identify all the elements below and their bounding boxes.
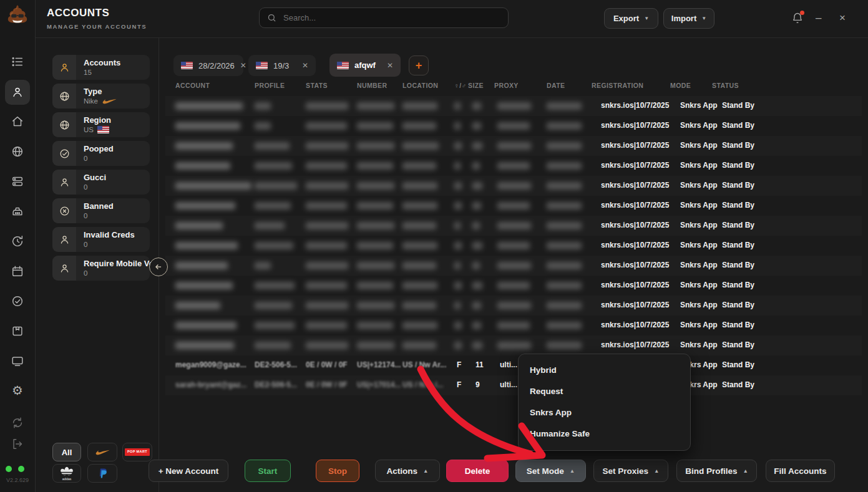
table-row[interactable]: sarah-bryant@gaz...DE2-506-5...0E / 0W /…	[165, 375, 862, 395]
redacted-cell	[175, 162, 230, 170]
set-mode-button[interactable]: Set Mode▲	[515, 460, 586, 482]
cell-gender: F	[457, 360, 461, 369]
tab-afqwf[interactable]: afqwf✕	[329, 54, 401, 77]
filter-card-require-mobile-ve-[interactable]: Require Mobile Ve.0	[52, 256, 150, 281]
redacted-cell	[472, 322, 481, 329]
bind-profiles-button[interactable]: Bind Profiles▲	[676, 460, 757, 482]
cell-location: US / N. k /...	[402, 380, 443, 389]
fill-accounts-button[interactable]: Fill Accounts	[766, 460, 835, 482]
sidebar-item-menu-icon[interactable]	[11, 55, 24, 69]
mode-option-request[interactable]: Request	[519, 381, 690, 402]
paypal-logo	[98, 468, 107, 479]
sidebar-item-accounts-icon[interactable]	[11, 85, 24, 99]
table-row[interactable]: megan9009@gaze...DE2-506-5...0E / 0W / 0…	[165, 355, 862, 375]
redacted-cell	[175, 102, 243, 110]
mode-option-humanize-safe[interactable]: Humanize Safe	[519, 423, 690, 445]
filter-card-invalid-creds[interactable]: Invalid Creds0	[52, 227, 150, 252]
table-row[interactable]: snkrs.ios|10/7/2025Snkrs AppStand By	[165, 296, 862, 316]
person-icon	[52, 256, 76, 281]
status-dot	[6, 466, 12, 472]
mode-option-hybrid[interactable]: Hybrid	[519, 360, 690, 381]
cell-stats: 0E / 0W / 0F	[306, 380, 348, 389]
redacted-cell	[547, 142, 582, 150]
sidebar-item-refresh-icon[interactable]	[11, 416, 24, 430]
collapse-panel-button[interactable]	[149, 258, 168, 276]
brand-filter-pop-mart[interactable]: POP MART	[122, 443, 152, 461]
us-flag-icon	[181, 62, 193, 69]
sidebar-item-settings-icon[interactable]: ⚙	[11, 383, 24, 397]
brand-filter-paypal[interactable]	[87, 464, 117, 483]
sidebar-item-servers-icon[interactable]	[11, 175, 24, 188]
new-account-button[interactable]: + New Account	[149, 460, 228, 482]
table-row[interactable]: snkrs.ios|10/7/2025Snkrs AppStand By	[165, 196, 862, 216]
sidebar-item-logout-icon[interactable]	[11, 437, 24, 451]
column-header-profile: PROFILE	[255, 82, 285, 89]
table-row[interactable]: snkrs.ios|10/7/2025Snkrs AppStand By	[165, 176, 862, 196]
add-tab-button[interactable]: +	[409, 55, 429, 75]
filter-card-accounts[interactable]: Accounts15	[52, 55, 150, 80]
redacted-cell	[357, 222, 394, 229]
cell-mode: Snkrs App	[680, 301, 718, 309]
table-row[interactable]: snkrs.ios|10/7/2025Snkrs AppStand By	[165, 116, 862, 136]
sidebar-item-home-icon[interactable]	[11, 115, 24, 128]
table-row[interactable]: snkrs.ios|10/7/2025Snkrs AppStand By	[165, 316, 862, 335]
brand-filter-all[interactable]: All	[52, 443, 81, 461]
table-row[interactable]: snkrs.ios|10/7/2025Snkrs AppStand By	[165, 216, 862, 236]
brand-filter-adidas[interactable]: adidas	[52, 464, 81, 483]
sidebar-item-tasks-icon[interactable]	[11, 234, 24, 248]
brand-filter-nike[interactable]	[87, 443, 117, 461]
cell-status: Stand By	[722, 141, 754, 150]
filter-card-region[interactable]: RegionUS	[52, 112, 150, 137]
redacted-cell	[454, 262, 461, 269]
table-row[interactable]: snkrs.ios|10/7/2025Snkrs AppStand By	[165, 236, 862, 256]
button-label: + New Account	[158, 466, 219, 476]
start-button[interactable]: Start	[245, 460, 291, 482]
sidebar-item-network-icon[interactable]	[11, 145, 24, 158]
sidebar-item-checklist-icon[interactable]	[11, 294, 24, 308]
table-row[interactable]: snkrs.ios|10/7/2025Snkrs AppStand By	[165, 136, 862, 156]
set-proxies-button[interactable]: Set Proxies▲	[593, 460, 668, 482]
table-row[interactable]: snkrs.ios|10/7/2025Snkrs AppStand By	[165, 276, 862, 296]
redacted-cell	[547, 262, 582, 269]
redacted-cell	[255, 102, 271, 110]
sidebar-item-packages-icon[interactable]	[11, 324, 24, 338]
tab-close-icon[interactable]: ✕	[387, 61, 393, 70]
sidebar-item-calendar-icon[interactable]	[11, 264, 24, 278]
redacted-cell	[175, 122, 240, 130]
filter-value: 0	[84, 183, 87, 191]
column-header-stats: STATS	[306, 82, 328, 89]
cell-mode: Snkrs App	[680, 241, 718, 249]
sidebar-item-monitor-icon[interactable]	[11, 354, 24, 368]
redacted-cell	[306, 302, 348, 309]
cell-registration: snkrs.ios|10/7/2025	[601, 221, 669, 229]
tab-28-2-2026[interactable]: 28/2/2026✕	[173, 55, 243, 76]
table-row[interactable]: snkrs.ios|10/7/2025Snkrs AppStand By	[165, 335, 862, 355]
redacted-cell	[357, 102, 394, 110]
delete-button[interactable]: Delete	[446, 460, 509, 482]
filter-card-banned[interactable]: Banned0	[52, 198, 150, 223]
filter-card-type[interactable]: TypeNike	[52, 84, 150, 109]
filter-value: US	[84, 126, 94, 133]
redacted-cell	[472, 222, 480, 229]
mode-option-snkrs-app[interactable]: Snkrs App	[519, 402, 690, 423]
actions-button[interactable]: Actions▲	[375, 460, 440, 482]
table-row[interactable]: snkrs.ios|10/7/2025Snkrs AppStand By	[165, 256, 862, 276]
tab-close-icon[interactable]: ✕	[240, 61, 246, 70]
sidebar-item-register-icon[interactable]	[11, 205, 24, 218]
redacted-cell	[547, 322, 582, 329]
redacted-cell	[306, 122, 347, 130]
cell-status: Stand By	[722, 201, 754, 210]
table-row[interactable]: snkrs.ios|10/7/2025Snkrs AppStand By	[165, 96, 862, 116]
redacted-cell	[547, 102, 582, 110]
tab-close-icon[interactable]: ✕	[302, 61, 308, 70]
redacted-cell	[547, 202, 582, 210]
filter-card-gucci[interactable]: Gucci0	[52, 170, 150, 195]
stop-button[interactable]: Stop	[316, 460, 359, 482]
tab-19-3[interactable]: 19/3✕	[248, 55, 316, 76]
table-row[interactable]: snkrs.ios|10/7/2025Snkrs AppStand By	[165, 156, 862, 176]
redacted-cell	[357, 342, 394, 349]
cell-status: Stand By	[722, 281, 754, 289]
filter-card-pooped[interactable]: Pooped0	[52, 141, 150, 166]
redacted-cell	[547, 222, 582, 229]
redacted-cell	[357, 302, 394, 309]
